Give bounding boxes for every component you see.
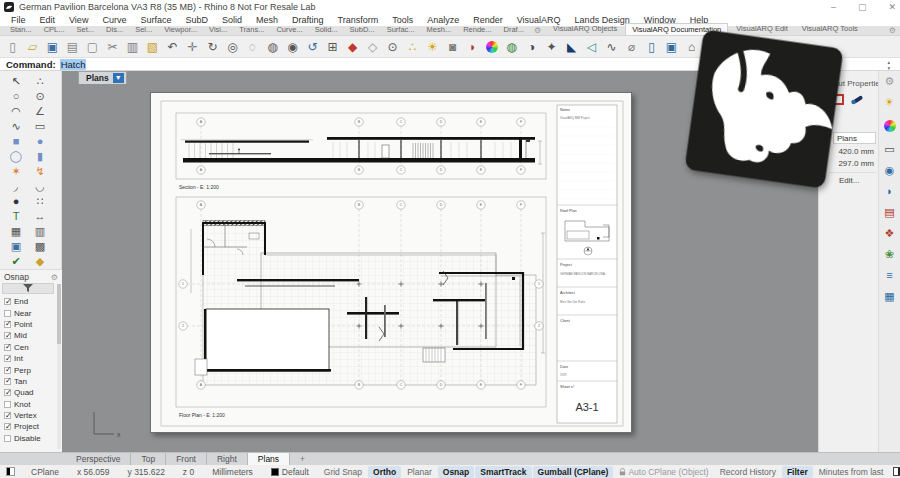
panel-tab-icon[interactable]: ◉ (883, 164, 896, 177)
tool-palette-icon[interactable]: ∴ (29, 74, 51, 88)
toolbar-tab[interactable]: Viewpor... (158, 24, 203, 35)
checkbox[interactable] (4, 435, 11, 442)
checkbox[interactable] (4, 389, 11, 396)
osnap-option[interactable]: Mid (0, 330, 62, 341)
toolbar-tab[interactable]: Sel... (129, 24, 158, 35)
tool-palette-icon[interactable]: ● (29, 134, 51, 148)
gumball-toggle[interactable]: Gumball (CPlane) (533, 466, 614, 478)
toolbar-button-icon[interactable]: ▯ (642, 38, 661, 56)
checkbox[interactable] (4, 412, 11, 419)
toolbar-button-icon[interactable]: ∿ (602, 38, 621, 56)
tool-palette-icon[interactable]: ○ (5, 89, 27, 103)
checkbox[interactable] (4, 321, 11, 328)
panel-tab-icon[interactable] (884, 120, 896, 132)
tool-palette-icon[interactable]: ↔ (29, 209, 51, 223)
toolbar-button-icon[interactable]: ▯ (3, 38, 22, 56)
toolbar-tab[interactable]: Rende... (457, 24, 497, 35)
osnap-option[interactable]: Point (0, 319, 62, 330)
osnap-option[interactable]: Knot (0, 399, 62, 410)
checkbox[interactable] (4, 298, 11, 305)
viewport-tab[interactable]: Front (166, 453, 207, 465)
toolbar-button-icon[interactable]: ◍ (502, 38, 521, 56)
panel-tab-icon[interactable]: ⚙ (883, 75, 896, 88)
osnap-option[interactable]: Disable (0, 433, 62, 444)
toolbar-button-icon[interactable]: ◍ (263, 38, 282, 56)
osnap-option[interactable]: Quad (0, 387, 62, 398)
checkbox[interactable] (4, 332, 11, 339)
smarttrack-toggle[interactable]: SmartTrack (475, 466, 531, 478)
checkbox[interactable] (4, 401, 11, 408)
osnap-option[interactable]: Perp (0, 364, 62, 375)
tool-palette-icon[interactable]: ▣ (5, 239, 27, 253)
panel-tab-icon[interactable]: ▭ (883, 143, 896, 156)
panel-tab-icon[interactable]: ▤ (883, 206, 896, 219)
osnap-option[interactable]: Vertex (0, 410, 62, 421)
layout-name-field[interactable]: Plans (833, 132, 876, 144)
tool-palette-icon[interactable]: ▭ (29, 119, 51, 133)
panel-tab-icon[interactable]: ☀ (883, 96, 896, 109)
viewport-tab[interactable]: Right (207, 453, 248, 465)
layout-page-tab[interactable]: Plans ▼ (78, 71, 127, 84)
osnap-option[interactable]: Cen (0, 342, 62, 353)
auto-cplane-toggle[interactable]: Auto CPlane (Object) (614, 466, 713, 478)
window-control-button[interactable]: ▢ (858, 0, 867, 14)
checkbox[interactable] (4, 310, 11, 317)
panel-tab-icon[interactable]: ▦ (883, 290, 896, 303)
toolbar-button-icon[interactable]: ☀ (423, 38, 442, 56)
tool-palette-icon[interactable]: ◡ (29, 179, 51, 193)
toolbar-button-icon[interactable]: ↶ (163, 38, 182, 56)
checkbox[interactable] (4, 355, 11, 362)
toolbar-tab[interactable]: SubD... (344, 24, 381, 35)
panel-tab-icon[interactable]: ◗ (883, 185, 896, 198)
viewport-tab[interactable]: Plans (248, 453, 290, 465)
viewport-tab[interactable]: Perspective (66, 453, 131, 465)
toolbar-button-icon[interactable]: ◗ (463, 38, 482, 56)
panel-tab-icon[interactable]: ≡ (883, 269, 896, 282)
tool-palette-icon[interactable]: ● (5, 194, 27, 208)
tool-palette-icon[interactable]: ▩ (29, 239, 51, 253)
toolbar-button-icon[interactable]: ▱ (23, 38, 42, 56)
panel-tab-icon[interactable]: ❀ (883, 248, 896, 261)
toolbar-button-icon[interactable]: ⊞ (323, 38, 342, 56)
toolbar-tab[interactable]: Visi... (203, 24, 233, 35)
tool-palette-icon[interactable]: ◯ (5, 149, 27, 163)
command-history-spinner[interactable]: ▲ ▼ (883, 59, 894, 71)
panel-tab-icon[interactable]: ❖ (883, 227, 896, 240)
tool-palette-icon[interactable]: ▥ (29, 224, 51, 238)
toolbar-button-icon[interactable]: ▥ (123, 38, 142, 56)
toolbar-button-icon[interactable]: ◆ (343, 38, 362, 56)
window-control-button[interactable]: – (831, 0, 836, 14)
toolbar-tab[interactable]: Solid... (309, 24, 344, 35)
scrollbar[interactable] (57, 284, 61, 449)
toolbar-tab[interactable]: CPL... (38, 24, 71, 35)
toolbar-button-icon[interactable]: ✦ (542, 38, 561, 56)
grid-snap-toggle[interactable]: Grid Snap (319, 466, 367, 478)
toolbar-tab[interactable]: Draf... (498, 24, 530, 35)
layout-sheet[interactable]: ABCDEF ABCDEF Section - E: 1:200 (150, 92, 632, 433)
toolbar-button-icon[interactable]: ↺ (303, 38, 322, 56)
toolbar-button-icon[interactable] (486, 41, 498, 53)
gear-icon[interactable]: ⚙ (530, 26, 545, 35)
cplane-selector[interactable]: CPlane (23, 467, 67, 477)
toolbar-tab[interactable]: Curve... (270, 24, 308, 35)
toolbar-group-tab[interactable]: VisualARQ Tools (796, 23, 864, 35)
toolbar-tab[interactable]: Surfac... (381, 24, 421, 35)
toolbar-button-icon[interactable]: ↻ (203, 38, 222, 56)
toolbar-button-icon[interactable]: ▢ (83, 38, 102, 56)
tool-palette-icon[interactable]: ◞ (5, 179, 27, 193)
toolbar-button-icon[interactable]: ◁ (582, 38, 601, 56)
new-layout-tab-icon[interactable]: + (290, 453, 315, 465)
toolbar-button-icon[interactable]: ◇ (363, 38, 382, 56)
flashlight-icon[interactable] (850, 93, 864, 106)
filter-toggle[interactable]: Filter (782, 466, 813, 478)
ortho-toggle[interactable]: Ortho (368, 466, 401, 478)
toolbar-button-icon[interactable]: ▣ (43, 38, 62, 56)
osnap-filter-button[interactable] (2, 283, 54, 294)
toolbar-button-icon[interactable]: ▣ (662, 38, 681, 56)
display-toggle-icon[interactable] (6, 467, 15, 476)
tool-palette-icon[interactable]: ✶ (5, 164, 27, 178)
tool-palette-icon[interactable]: ∠ (29, 104, 51, 118)
panel-toggle-icon[interactable] (893, 467, 900, 476)
chevron-down-icon[interactable]: ▼ (113, 73, 124, 83)
toolbar-button-icon[interactable]: ✛ (183, 38, 202, 56)
